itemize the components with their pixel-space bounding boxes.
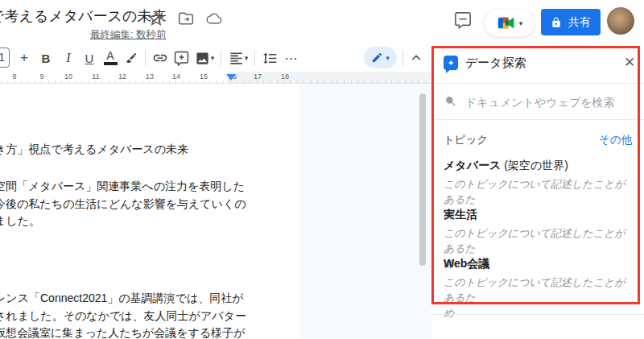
move-to-folder-button[interactable] — [176, 9, 196, 28]
document-paragraph[interactable]: 空間「メタバース」関連事業への注力を表明した 今後の私たちの生活にどんな影響を与… — [0, 178, 246, 230]
toolbar-separator — [402, 50, 403, 66]
line-spacing-button[interactable] — [260, 48, 279, 68]
topic-item-web-meeting[interactable]: Web会議 このトピックについて記述したことがあるた め — [444, 257, 633, 320]
collapse-toolbar-button[interactable] — [407, 48, 426, 68]
line-spacing-icon — [262, 51, 278, 66]
panel-divider — [432, 119, 644, 120]
ruler-number: 12 — [117, 72, 128, 81]
font-size-input[interactable]: 11 — [0, 48, 10, 68]
explore-panel-title: データ探索 — [465, 56, 526, 71]
ruler-number: 17 — [252, 72, 263, 81]
toolbar-separator — [221, 50, 221, 66]
ruler[interactable]: 8 9 10 11 12 13 14 15 16 17 18 — [0, 72, 432, 84]
add-comment-icon — [174, 51, 189, 66]
cloud-save-status-button[interactable] — [204, 9, 224, 28]
topics-label: トピック — [444, 133, 488, 147]
document-paragraph[interactable]: レンス「Connect2021」の基調講演では、同社が されました。そのなかでは… — [0, 290, 246, 339]
sparkle-glyph: ✦ — [447, 58, 454, 68]
ruler-number: 11 — [90, 72, 101, 81]
ruler-number: 10 — [63, 72, 74, 81]
document-line: レンス「Connect2021」の基調講演では、同社が — [0, 290, 246, 308]
chevron-up-icon — [410, 52, 423, 64]
more-options-button[interactable]: ⋯ — [282, 48, 301, 68]
last-edited-link[interactable]: 最終編集: 数秒前 — [90, 28, 166, 42]
caret-down-icon: ▾ — [386, 54, 390, 62]
topic-title: Web会議 — [444, 257, 489, 270]
insert-image-caret[interactable]: ▾ — [208, 48, 217, 68]
topic-title: 実生活 — [444, 208, 477, 221]
ruler-number: 18 — [279, 72, 291, 81]
underline-button[interactable]: U — [80, 48, 99, 68]
highlight-color-button[interactable] — [122, 48, 141, 68]
document-line: 今後の私たちの生活にどんな影響を与えていくの — [0, 196, 246, 213]
document-background — [300, 84, 432, 339]
comment-history-button[interactable] — [453, 10, 473, 30]
ruler-number: 13 — [144, 72, 155, 81]
topic-title: メタバース — [444, 159, 501, 172]
topic-title-suffix: (架空の世界) — [501, 159, 568, 172]
search-icon — [444, 95, 457, 108]
document-line: ました。 — [0, 213, 246, 230]
text-color-button[interactable]: A — [101, 48, 120, 68]
lock-icon — [551, 17, 562, 28]
panel-bottom-divider — [432, 314, 644, 315]
toolbar-separator — [254, 50, 255, 66]
toolbar-separator — [145, 50, 146, 66]
folder-move-icon — [178, 10, 194, 27]
explore-icon: ✦ — [444, 56, 458, 70]
document-heading-line[interactable]: き方」視点で考えるメタバースの未来 — [0, 141, 188, 159]
document-title[interactable]: で考えるメタバースの未来 — [0, 6, 166, 26]
meet-join-button[interactable]: ▾ — [484, 9, 535, 37]
increase-font-size-button[interactable]: + — [14, 48, 34, 68]
italic-button[interactable]: I — [59, 48, 78, 68]
cloud-saved-icon — [206, 10, 222, 27]
ruler-number: 9 — [38, 72, 45, 81]
caret-down-icon: ▾ — [211, 54, 215, 62]
document-line: 空間「メタバース」関連事業への注力を表明した — [0, 178, 246, 196]
explore-search-input[interactable] — [464, 90, 628, 114]
add-comment-button[interactable] — [171, 48, 191, 68]
right-indent-marker[interactable] — [226, 74, 236, 81]
editing-mode-button[interactable]: ▾ — [364, 47, 397, 68]
close-icon: ✕ — [624, 54, 635, 71]
text-color-letter: A — [106, 51, 114, 61]
ruler-number: 15 — [198, 72, 209, 81]
bold-button[interactable]: B — [36, 48, 56, 68]
star-icon — [148, 10, 164, 27]
meet-caret-icon: ▾ — [519, 19, 523, 27]
explore-panel: ✦ データ探索 ✕ トピック その他 メタバース (架空の世界) このトピックに… — [432, 44, 644, 339]
text-color-bar — [104, 62, 118, 65]
comment-icon — [454, 11, 472, 29]
highlighter-icon — [124, 51, 138, 65]
close-panel-button[interactable]: ✕ — [621, 53, 638, 71]
caret-down-icon: ▾ — [245, 54, 249, 62]
pencil-icon — [371, 52, 383, 64]
account-avatar[interactable] — [607, 7, 634, 35]
document-title-text: 考えるメタバースの未来 — [4, 8, 166, 24]
ruler-number: 14 — [171, 72, 182, 81]
star-button[interactable] — [147, 9, 166, 28]
link-icon — [152, 50, 168, 66]
share-button[interactable]: 共有 — [541, 9, 601, 35]
insert-link-button[interactable] — [151, 48, 170, 68]
document-line: 仮想会議室に集まった人たちが会議をする様子が — [0, 325, 246, 339]
format-toolbar: 11 + B I U A ▾ — [0, 44, 432, 72]
ruler-number: 8 — [10, 72, 18, 81]
document-line: されました。そのなかでは、友人同士がアバター — [0, 308, 246, 325]
google-meet-icon — [497, 15, 516, 31]
more-topics-link[interactable]: その他 — [599, 133, 632, 147]
explore-search-row — [432, 84, 644, 119]
share-button-label: 共有 — [568, 15, 591, 30]
google-docs-app: で考えるメタバースの未来 最終編集: 数秒前 ▾ 共有 — [0, 0, 644, 339]
vertical-scrollbar[interactable] — [419, 93, 426, 266]
align-caret[interactable]: ▾ — [242, 48, 251, 68]
